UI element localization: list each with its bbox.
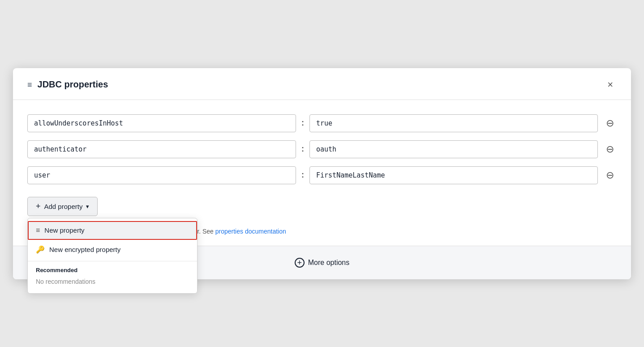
dialog-header-icon — [27, 79, 32, 90]
colon-separator-2: : — [301, 144, 304, 154]
key-icon: 🔑 — [36, 245, 45, 254]
property-row: : ⊖ — [27, 114, 617, 132]
property-value-input-2[interactable] — [309, 140, 598, 158]
colon-separator-3: : — [301, 170, 304, 180]
add-property-label: Add property — [44, 203, 83, 210]
new-encrypted-property-menu-item[interactable]: 🔑 New encrypted property — [28, 240, 197, 259]
property-row: : ⊖ — [27, 140, 617, 158]
property-value-input-1[interactable] — [309, 114, 598, 132]
colon-separator-1: : — [301, 118, 304, 128]
property-value-input-3[interactable] — [309, 166, 598, 184]
chevron-down-icon: ▾ — [86, 203, 89, 210]
new-property-label: New property — [44, 226, 84, 234]
plus-icon: + — [36, 202, 41, 211]
jdbc-properties-dialog: JDBC properties × : ⊖ : ⊖ : ⊖ + — [13, 68, 631, 279]
new-property-menu-item[interactable]: ≡ New property — [28, 221, 197, 240]
dropdown-divider — [28, 261, 197, 261]
new-encrypted-property-label: New encrypted property — [49, 246, 120, 253]
remove-property-button-2[interactable]: ⊖ — [603, 143, 617, 155]
no-recommendations-text: No recommendations — [28, 275, 197, 291]
remove-property-button-1[interactable]: ⊖ — [603, 117, 617, 129]
add-property-dropdown: ≡ New property 🔑 New encrypted property … — [27, 218, 197, 294]
more-options-button[interactable]: + More options — [287, 254, 358, 271]
properties-documentation-link[interactable]: properties documentation — [215, 228, 286, 235]
recommended-section-label: Recommended — [28, 263, 197, 275]
close-button[interactable]: × — [604, 78, 617, 91]
dialog-header: JDBC properties × — [13, 68, 631, 100]
plus-circle-icon: + — [295, 258, 305, 268]
property-key-input-1[interactable] — [27, 114, 296, 132]
property-key-input-3[interactable] — [27, 166, 296, 184]
property-row: : ⊖ — [27, 166, 617, 184]
dialog-title: JDBC properties — [38, 79, 599, 90]
list-icon: ≡ — [36, 226, 40, 234]
add-property-area: + Add property ▾ ≡ New property 🔑 New en… — [27, 197, 98, 216]
property-key-input-2[interactable] — [27, 140, 296, 158]
remove-property-button-3[interactable]: ⊖ — [603, 169, 617, 181]
add-property-button[interactable]: + Add property ▾ — [27, 197, 98, 216]
dialog-body: : ⊖ : ⊖ : ⊖ + Add property ▾ — [13, 100, 631, 246]
more-options-label: More options — [308, 259, 350, 267]
